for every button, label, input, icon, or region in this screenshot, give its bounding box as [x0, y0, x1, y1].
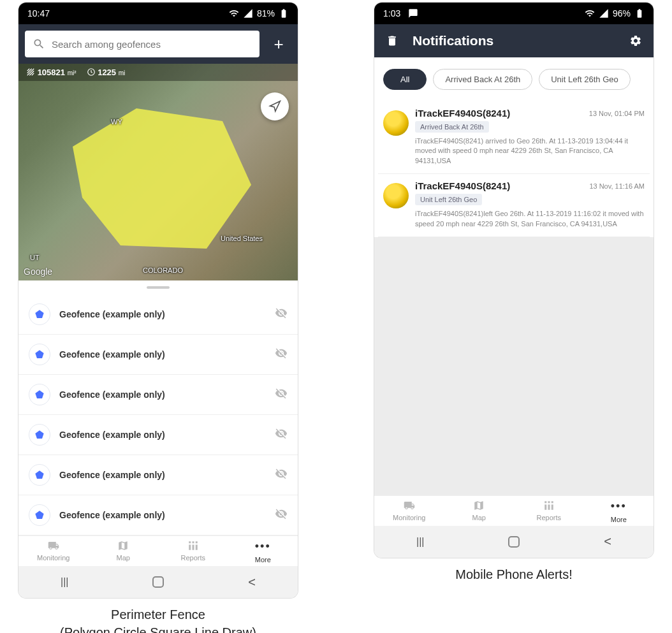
notification-time: 13 Nov, 11:16 AM [589, 182, 645, 190]
recent-apps-button[interactable]: ||| [416, 536, 424, 548]
recent-apps-button[interactable]: ||| [61, 576, 68, 588]
visibility-off-icon[interactable] [275, 307, 288, 322]
map-label-co: COLORADO [143, 266, 183, 274]
caption-left: Perimeter Fence (Polygon,Circle,Square,L… [18, 606, 298, 633]
wifi-icon [585, 8, 595, 18]
page-title: Notifications [413, 33, 615, 48]
search-input[interactable] [52, 39, 252, 50]
search-box[interactable] [25, 31, 259, 57]
more-icon: ••• [611, 500, 627, 513]
status-right: 96% [585, 8, 645, 18]
back-button[interactable]: < [248, 575, 256, 590]
nav-more[interactable]: ••• More [228, 540, 298, 564]
notification-title: iTrackEF4940S(8241) [415, 180, 510, 191]
geofence-item[interactable]: Geofence (example only) [18, 495, 298, 535]
nav-monitoring[interactable]: Monitoring [374, 500, 444, 523]
visibility-off-icon[interactable] [275, 387, 288, 402]
status-left: 1:03 [383, 8, 418, 18]
android-nav-bar: ||| < [18, 566, 298, 598]
map-label-us: United States [221, 235, 263, 242]
status-time: 10:47 [27, 8, 50, 18]
status-bar: 1:03 96% [374, 3, 654, 24]
back-button[interactable]: < [604, 534, 611, 549]
gear-icon[interactable] [629, 34, 642, 47]
phone-geofences: 10:47 81% + 105821 mi² [18, 3, 298, 598]
svg-marker-3 [35, 350, 43, 358]
visibility-off-icon[interactable] [275, 347, 288, 362]
map-view[interactable]: 105821 mi² 1225 mi WY UT COLORADO United… [18, 64, 298, 280]
visibility-off-icon[interactable] [275, 467, 288, 483]
add-button[interactable]: + [266, 34, 291, 54]
signal-icon [599, 8, 609, 18]
chip-all[interactable]: All [383, 69, 427, 90]
bottom-nav: Monitoring Map Reports ••• More [18, 535, 298, 566]
svg-marker-6 [35, 470, 43, 479]
svg-marker-5 [35, 430, 43, 439]
geofence-item[interactable]: Geofence (example only) [18, 455, 298, 495]
signal-icon [243, 8, 253, 18]
geofence-name: Geofence (example only) [59, 349, 266, 360]
pentagon-icon [29, 504, 50, 526]
battery-icon [279, 8, 289, 18]
wifi-icon [229, 8, 239, 18]
pentagon-icon [29, 464, 50, 486]
notification-list: iTrackEF4940S(8241) 13 Nov, 01:04 PM Arr… [374, 101, 654, 237]
notification-title: iTrackEF4940S(8241) [415, 108, 510, 119]
geofence-item[interactable]: Geofence (example only) [18, 295, 298, 335]
notification-item[interactable]: iTrackEF4940S(8241) 13 Nov, 01:04 PM Arr… [378, 101, 650, 174]
nav-reports[interactable]: Reports [158, 540, 228, 564]
nav-reports[interactable]: Reports [514, 500, 584, 523]
geofence-item[interactable]: Geofence (example only) [18, 415, 298, 455]
geofence-name: Geofence (example only) [59, 430, 266, 440]
android-nav-bar: ||| < [374, 526, 654, 558]
nav-monitoring[interactable]: Monitoring [18, 540, 89, 564]
van-icon [47, 540, 61, 551]
bottom-nav: Monitoring Map Reports ••• More [374, 495, 654, 526]
home-button[interactable] [508, 536, 520, 548]
vehicle-avatar [383, 110, 409, 136]
perimeter-stat: 1225 mi [87, 68, 126, 77]
caption-right: Mobile Phone Alerts! [374, 565, 654, 583]
map-label-wy: WY [111, 118, 122, 126]
area-stat: 105821 mi² [26, 68, 77, 77]
geofence-name: Geofence (example only) [59, 470, 266, 480]
more-icon: ••• [255, 540, 271, 553]
svg-marker-1 [73, 108, 251, 249]
nav-map[interactable]: Map [89, 540, 159, 564]
visibility-off-icon[interactable] [275, 507, 288, 523]
svg-marker-2 [35, 310, 43, 318]
map-stats-bar: 105821 mi² 1225 mi [18, 64, 298, 81]
map-icon [116, 540, 130, 551]
pentagon-icon [29, 344, 50, 365]
status-bar: 10:47 81% [18, 3, 298, 24]
battery-text: 96% [613, 8, 631, 18]
notification-time: 13 Nov, 01:04 PM [589, 110, 645, 117]
van-icon [402, 500, 416, 511]
nav-map[interactable]: Map [444, 500, 515, 523]
navigation-icon [268, 100, 281, 113]
status-time: 1:03 [383, 8, 400, 18]
map-label-ut: UT [30, 254, 40, 261]
geofence-item[interactable]: Geofence (example only) [18, 335, 298, 375]
notification-item[interactable]: iTrackEF4940S(8241) 13 Nov, 11:16 AM Uni… [378, 174, 650, 237]
status-right: 81% [229, 8, 289, 18]
table-icon [542, 500, 556, 511]
geofence-item[interactable]: Geofence (example only) [18, 375, 298, 415]
pentagon-icon [29, 303, 50, 325]
svg-marker-4 [35, 390, 43, 398]
message-icon [408, 8, 418, 18]
home-button[interactable] [152, 576, 164, 588]
chip-arrived[interactable]: Arrived Back At 26th [433, 69, 532, 90]
trash-icon[interactable] [386, 34, 398, 47]
google-logo: Google [24, 266, 52, 277]
locate-button[interactable] [261, 92, 289, 120]
visibility-off-icon[interactable] [275, 427, 288, 442]
sheet-drag-handle[interactable] [18, 280, 298, 295]
battery-text: 81% [257, 8, 275, 18]
pentagon-icon [29, 424, 50, 446]
vehicle-avatar [383, 183, 409, 208]
chip-left[interactable]: Unit Left 26th Geo [539, 69, 631, 90]
clock-icon [87, 68, 96, 76]
nav-more[interactable]: ••• More [584, 500, 654, 523]
notification-tag: Unit Left 26th Geo [415, 194, 482, 205]
